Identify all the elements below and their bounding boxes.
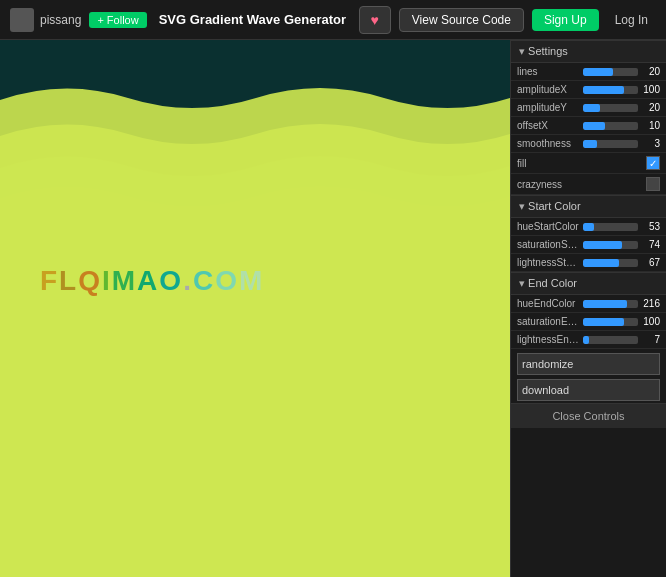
header-left: pissang + Follow SVG Gradient Wave Gener…	[0, 8, 359, 32]
amplitudey-control: amplitudeY 20	[511, 99, 666, 117]
fill-checkbox[interactable]: ✓	[646, 156, 660, 170]
crazyness-label: crazyness	[517, 179, 646, 190]
crazyness-control: crazyness	[511, 174, 666, 195]
fill-label: fill	[517, 158, 646, 169]
hue-start-value: 53	[642, 221, 660, 232]
offsetx-label: offsetX	[517, 120, 579, 131]
heart-icon: ♥	[371, 12, 379, 28]
lightness-start-control: lightnessStart... 67	[511, 254, 666, 272]
lightness-end-control: lightnessEndC... 7	[511, 331, 666, 349]
saturation-end-control: saturationEnd... 100	[511, 313, 666, 331]
lightness-start-value: 67	[642, 257, 660, 268]
amplitudey-slider[interactable]	[583, 104, 638, 112]
saturation-start-value: 74	[642, 239, 660, 250]
lines-control: lines 20	[511, 63, 666, 81]
lines-value: 20	[642, 66, 660, 77]
lines-label: lines	[517, 66, 579, 77]
hue-start-control: hueStartColor 53	[511, 218, 666, 236]
lightness-start-label: lightnessStart...	[517, 257, 579, 268]
saturation-start-slider[interactable]	[583, 241, 638, 249]
saturation-start-label: saturationStar...	[517, 239, 579, 250]
smoothness-label: smoothness	[517, 138, 579, 149]
app-title: SVG Gradient Wave Generator	[159, 12, 346, 27]
hue-end-value: 216	[642, 298, 660, 309]
offsetx-slider[interactable]	[583, 122, 638, 130]
hue-end-control: hueEndColor 216	[511, 295, 666, 313]
view-source-button[interactable]: View Source Code	[399, 8, 524, 32]
saturation-end-value: 100	[642, 316, 660, 327]
settings-section-header[interactable]: Settings	[511, 40, 666, 63]
saturation-end-label: saturationEnd...	[517, 316, 579, 327]
username: pissang	[40, 13, 81, 27]
login-button[interactable]: Log In	[607, 9, 656, 31]
amplitudex-value: 100	[642, 84, 660, 95]
hue-end-label: hueEndColor	[517, 298, 579, 309]
amplitudex-label: amplitudeX	[517, 84, 579, 95]
smoothness-slider[interactable]	[583, 140, 638, 148]
saturation-start-control: saturationStar... 74	[511, 236, 666, 254]
lightness-end-slider[interactable]	[583, 336, 638, 344]
avatar	[10, 8, 34, 32]
header-right: ♥ View Source Code Sign Up Log In	[359, 6, 666, 34]
start-color-section-header[interactable]: Start Color	[511, 195, 666, 218]
crazyness-checkbox[interactable]	[646, 177, 660, 191]
fill-control: fill ✓	[511, 153, 666, 174]
heart-button[interactable]: ♥	[359, 6, 391, 34]
lightness-end-label: lightnessEndC...	[517, 334, 579, 345]
close-controls-button[interactable]: Close Controls	[511, 403, 666, 428]
offsetx-control: offsetX 10	[511, 117, 666, 135]
amplitudex-slider[interactable]	[583, 86, 638, 94]
hue-start-slider[interactable]	[583, 223, 638, 231]
hue-start-label: hueStartColor	[517, 221, 579, 232]
lines-slider[interactable]	[583, 68, 638, 76]
smoothness-value: 3	[642, 138, 660, 149]
amplitudey-value: 20	[642, 102, 660, 113]
offsetx-value: 10	[642, 120, 660, 131]
follow-button[interactable]: + Follow	[89, 12, 146, 28]
lightness-start-slider[interactable]	[583, 259, 638, 267]
controls-panel: Settings lines 20 amplitudeX 100 amplitu…	[510, 40, 666, 577]
lightness-end-value: 7	[642, 334, 660, 345]
download-button[interactable]: download	[517, 379, 660, 401]
randomize-button[interactable]: randomize	[517, 353, 660, 375]
end-color-section-header[interactable]: End Color	[511, 272, 666, 295]
saturation-end-slider[interactable]	[583, 318, 638, 326]
wave-area: FLQIMAO.COM	[0, 40, 510, 577]
signup-button[interactable]: Sign Up	[532, 9, 599, 31]
fill-checkmark: ✓	[649, 158, 657, 169]
amplitudey-label: amplitudeY	[517, 102, 579, 113]
hue-end-slider[interactable]	[583, 300, 638, 308]
header: pissang + Follow SVG Gradient Wave Gener…	[0, 0, 666, 40]
smoothness-control: smoothness 3	[511, 135, 666, 153]
amplitudex-control: amplitudeX 100	[511, 81, 666, 99]
